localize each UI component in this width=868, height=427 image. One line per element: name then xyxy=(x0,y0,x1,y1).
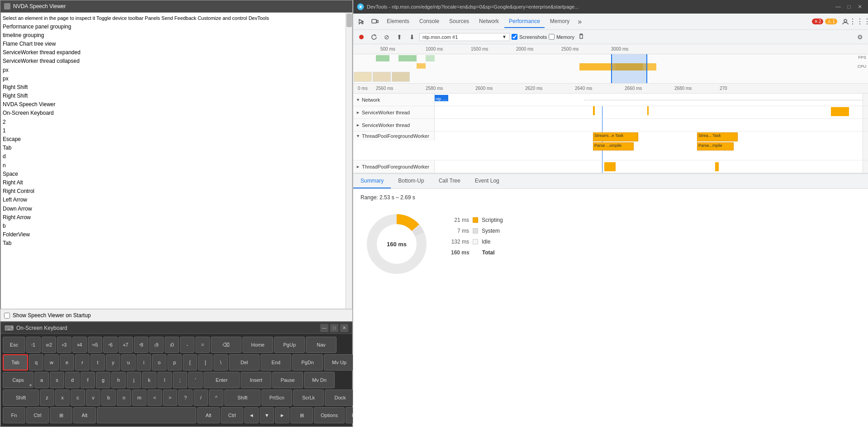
key-slash[interactable]: / xyxy=(194,389,208,406)
key-g[interactable]: g xyxy=(96,372,110,388)
key-question[interactable]: ? xyxy=(178,389,193,406)
key-esc[interactable]: Esc xyxy=(3,337,25,353)
settings-button[interactable]: ⚙ xyxy=(854,32,865,42)
key-d[interactable]: d xyxy=(65,372,80,388)
key-plus[interactable]: = xyxy=(195,337,210,353)
devtools-restore-button[interactable]: □ xyxy=(844,2,854,11)
tpfw2-expand-arrow[interactable]: ► xyxy=(356,164,360,169)
key-w[interactable]: w xyxy=(44,354,59,371)
key-p[interactable]: p xyxy=(167,354,182,371)
tab-console[interactable]: Console xyxy=(415,15,444,28)
clear-button[interactable]: ⊘ xyxy=(381,32,392,42)
sw1-label[interactable]: ► ServiceWorker thread xyxy=(353,106,435,118)
tab-call-tree[interactable]: Call Tree xyxy=(432,174,468,188)
url-dropdown-icon[interactable]: ▼ xyxy=(502,34,507,39)
nvda-scrollbar[interactable] xyxy=(346,13,352,309)
key-enter[interactable]: Enter xyxy=(204,372,240,388)
key-n[interactable]: n xyxy=(117,389,131,406)
tab-performance[interactable]: Performance xyxy=(504,15,545,28)
key-prtscn[interactable]: PrtScn xyxy=(261,389,292,406)
key-k[interactable]: k xyxy=(142,372,157,388)
tab-network[interactable]: Network xyxy=(474,15,503,28)
device-toolbar-icon[interactable] xyxy=(369,15,381,28)
key-fn[interactable]: Fn xyxy=(3,407,25,423)
sw2-expand-arrow[interactable]: ► xyxy=(356,123,360,127)
key-i[interactable]: i xyxy=(137,354,151,371)
network-expand-arrow[interactable]: ▼ xyxy=(356,98,360,102)
key-space[interactable] xyxy=(97,407,196,423)
devtools-minimize-button[interactable]: — xyxy=(834,2,843,11)
key-win2[interactable]: ⊞ xyxy=(290,407,313,423)
key-pause[interactable]: Pause xyxy=(272,372,303,388)
key-backslash[interactable]: \ xyxy=(213,354,228,371)
key-4[interactable]: $4 xyxy=(72,337,87,353)
tab-elements[interactable]: Elements xyxy=(382,15,414,28)
key-win[interactable]: ⊞ xyxy=(50,407,72,423)
key-caps[interactable]: Caps xyxy=(3,372,33,388)
upload-button[interactable]: ⬆ xyxy=(394,32,405,42)
key-mvdn[interactable]: Mv Dn xyxy=(304,372,335,388)
tab-memory[interactable]: Memory xyxy=(545,15,574,28)
key-nav[interactable]: Nav xyxy=(306,337,337,353)
key-options[interactable]: Options xyxy=(314,407,345,423)
key-9[interactable]: (9 xyxy=(149,337,164,353)
key-q[interactable]: q xyxy=(29,354,43,371)
key-h[interactable]: h xyxy=(111,372,126,388)
key-m[interactable]: m xyxy=(132,389,147,406)
key-alt-right[interactable]: Alt xyxy=(197,407,220,423)
download-button[interactable]: ⬇ xyxy=(407,32,417,42)
tpfw1-label[interactable]: ▼ ThreadPoolForegroundWorker xyxy=(353,131,435,141)
network-thread-label[interactable]: ▼ Network xyxy=(353,94,435,106)
key-home[interactable]: Home xyxy=(242,337,273,353)
key-e[interactable]: e xyxy=(60,354,74,371)
key-7[interactable]: &7 xyxy=(119,337,133,353)
key-pgdn[interactable]: PgDn xyxy=(292,354,323,371)
task-block-stream-1[interactable]: Streami...e Task xyxy=(593,132,638,141)
key-comma[interactable]: < xyxy=(147,389,162,406)
key-3[interactable]: #3 xyxy=(57,337,71,353)
sw2-label[interactable]: ► ServiceWorker thread xyxy=(353,119,435,131)
reload-button[interactable] xyxy=(369,32,379,42)
tab-summary[interactable]: Summary xyxy=(353,174,391,188)
key-quote[interactable]: ' xyxy=(188,372,203,388)
keyboard-minimize-button[interactable]: — xyxy=(320,324,328,332)
key-arrow-down[interactable]: ▼ xyxy=(260,407,274,423)
key-1[interactable]: !1 xyxy=(26,337,41,353)
memory-checkbox[interactable] xyxy=(549,34,555,40)
keyboard-restore-button[interactable]: □ xyxy=(330,324,338,332)
more-tabs-button[interactable]: » xyxy=(575,18,584,26)
key-shift-right[interactable]: Shift xyxy=(224,389,261,406)
key-o[interactable]: o xyxy=(152,354,166,371)
key-ctrl-right[interactable]: Ctrl xyxy=(221,407,243,423)
key-caret[interactable]: ^ xyxy=(209,389,223,406)
overview-chart[interactable]: FPS CPU xyxy=(353,54,868,84)
devtools-close-button[interactable]: ✕ xyxy=(855,2,864,11)
key-f[interactable]: f xyxy=(81,372,95,388)
key-0[interactable]: )0 xyxy=(165,337,179,353)
key-t[interactable]: t xyxy=(90,354,105,371)
key-backspace[interactable]: ⌫ xyxy=(211,337,242,353)
tab-sources[interactable]: Sources xyxy=(445,15,474,28)
key-ctrl-left[interactable]: Ctrl xyxy=(26,407,49,423)
tab-bottom-up[interactable]: Bottom-Up xyxy=(391,174,431,188)
show-speech-viewer-checkbox[interactable] xyxy=(4,313,10,319)
key-insert[interactable]: Insert xyxy=(241,372,271,388)
task-block-stream-2[interactable]: Strea... Task xyxy=(697,132,738,141)
key-alt-left[interactable]: Alt xyxy=(73,407,96,423)
key-u[interactable]: u xyxy=(121,354,136,371)
key-del[interactable]: Del xyxy=(229,354,260,371)
task-block-parse-2[interactable]: Parse...mpile xyxy=(697,142,734,150)
record-button[interactable] xyxy=(356,32,367,42)
key-mvup[interactable]: Mv Up xyxy=(324,354,355,371)
key-scrlk[interactable]: ScrLk xyxy=(293,389,324,406)
screenshots-checkbox[interactable] xyxy=(512,34,517,40)
delete-button[interactable] xyxy=(578,33,584,41)
key-a[interactable]: a xyxy=(34,372,49,388)
sw1-expand-arrow[interactable]: ► xyxy=(356,110,360,115)
key-pgup[interactable]: PgUp xyxy=(274,337,305,353)
tpfw2-label[interactable]: ► ThreadPoolForegroundWorker xyxy=(353,160,435,173)
key-arrow-right[interactable]: ► xyxy=(275,407,289,423)
key-shift-left[interactable]: Shift xyxy=(3,389,39,406)
key-rbracket[interactable]: ] xyxy=(198,354,213,371)
timeline-selection[interactable] xyxy=(611,54,647,83)
